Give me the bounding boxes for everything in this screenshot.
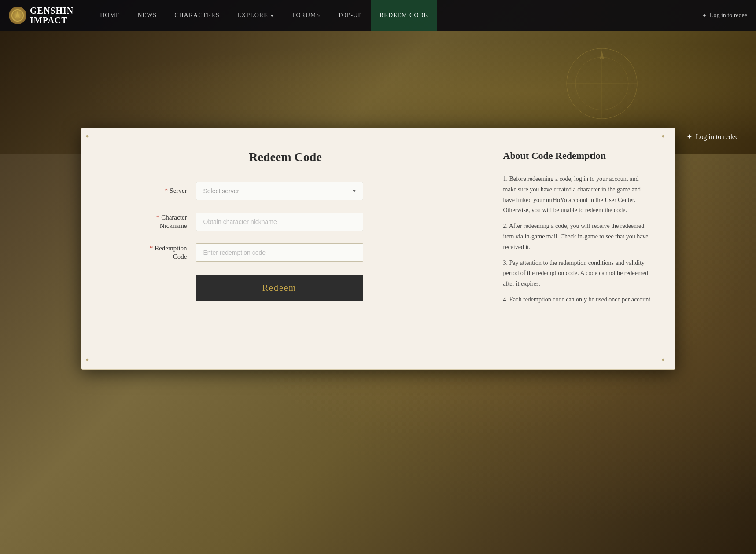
- nickname-control: [196, 213, 363, 231]
- code-control: [196, 243, 363, 262]
- nickname-row: *CharacterNickname: [117, 213, 454, 231]
- svg-marker-5: [600, 51, 604, 59]
- navbar: GENSHIN IMPACT HOME NEWS CHARACTERS EXPL…: [0, 0, 756, 31]
- code-label: *RedemptionCode: [117, 244, 187, 261]
- nav-links: HOME NEWS CHARACTERS EXPLORE ▼ FORUMS TO…: [91, 0, 702, 31]
- server-control: Select server America Europe Asia TW/HK/…: [196, 182, 363, 200]
- nav-redeem-code[interactable]: REDEEM CODE: [371, 0, 437, 31]
- login-text: Log in to redee: [710, 12, 747, 19]
- card-corner-bl: ⬥: [85, 355, 96, 366]
- server-select[interactable]: Select server America Europe Asia TW/HK/…: [196, 182, 363, 200]
- nickname-label: *CharacterNickname: [117, 213, 187, 231]
- logo-text: GENSHIN IMPACT: [30, 6, 74, 25]
- redeem-button[interactable]: Redeem: [196, 275, 363, 301]
- about-content[interactable]: 1. Before redeeming a code, log in to yo…: [503, 174, 657, 341]
- code-row: *RedemptionCode: [117, 243, 454, 262]
- hero-decoration: [536, 40, 668, 128]
- nav-characters[interactable]: CHARACTERS: [166, 0, 229, 31]
- nav-forums[interactable]: FORUMS: [284, 0, 329, 31]
- server-required-mark: *: [165, 187, 168, 194]
- code-input[interactable]: [196, 243, 363, 262]
- nickname-required-mark: *: [156, 214, 160, 221]
- nav-topup[interactable]: TOP-UP: [329, 0, 371, 31]
- star-icon: ✦: [702, 12, 707, 19]
- nav-right: ✦ Log in to redee: [702, 12, 747, 19]
- login-prompt[interactable]: ✦ Log in to redee: [702, 12, 747, 19]
- about-point-3: 3. Pay attention to the redemption condi…: [503, 258, 653, 289]
- left-panel: Redeem Code *Server Select server Americ…: [81, 128, 481, 369]
- nickname-input[interactable]: [196, 213, 363, 231]
- about-point-1: 1. Before redeeming a code, log in to yo…: [503, 174, 653, 216]
- about-point-2: 2. After redeeming a code, you will rece…: [503, 221, 653, 252]
- nav-home[interactable]: HOME: [91, 0, 129, 31]
- about-title: About Code Redemption: [503, 150, 657, 161]
- explore-dropdown-icon: ▼: [270, 13, 275, 18]
- right-panel: About Code Redemption 1. Before redeemin…: [481, 128, 675, 369]
- redeem-card: ⬥ ⬥ ⬥ ⬥ Redeem Code *Server Select serve…: [81, 128, 675, 370]
- server-select-wrapper: Select server America Europe Asia TW/HK/…: [196, 182, 363, 200]
- code-required-mark: *: [150, 245, 153, 252]
- logo[interactable]: GENSHIN IMPACT: [9, 6, 74, 25]
- logo-icon: [9, 7, 26, 24]
- server-label: *Server: [117, 187, 187, 195]
- main-content: ⬥ ⬥ ⬥ ⬥ Redeem Code *Server Select serve…: [0, 128, 756, 370]
- nav-news[interactable]: NEWS: [129, 0, 166, 31]
- card-corner-tl: ⬥: [85, 132, 96, 142]
- nav-explore[interactable]: EXPLORE ▼: [229, 0, 284, 31]
- redeem-code-title: Redeem Code: [117, 150, 454, 164]
- about-point-4: 4. Each redemption code can only be used…: [503, 294, 653, 305]
- server-row: *Server Select server America Europe Asi…: [117, 182, 454, 200]
